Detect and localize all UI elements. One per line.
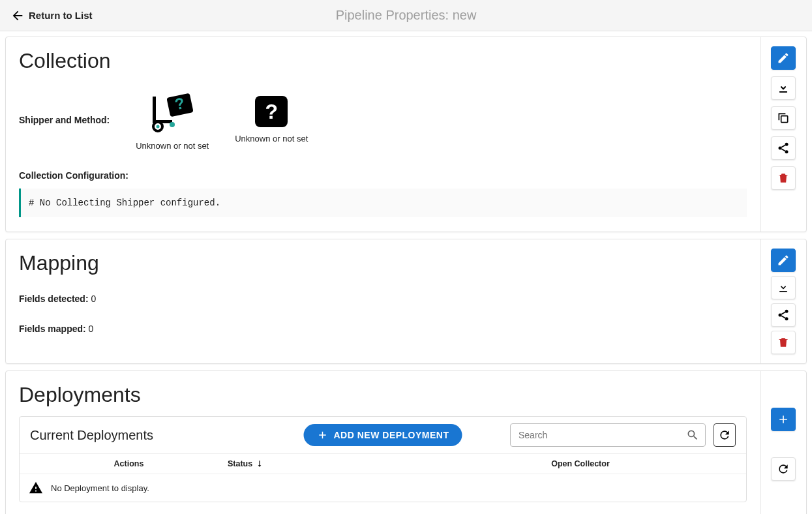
download-icon [777,281,790,294]
warning-icon [29,481,43,495]
current-deployments-card: Current Deployments ADD NEW DEPLOYMENT [19,416,747,502]
collection-config-block: # No Collecting Shipper configured. [19,189,747,217]
edit-collection-button[interactable] [771,46,796,70]
page-header: Return to List Pipeline Properties: new [0,0,812,31]
deployments-table-head: Actions Status Open Collector [20,453,746,474]
arrow-back-icon [10,8,25,23]
method-item: ? Unknown or not set [235,96,308,144]
svg-rect-12 [779,291,787,292]
add-deployment-side-button[interactable] [771,408,796,431]
download-mapping-button[interactable] [771,276,796,299]
shipper-item: ? Unknown or not set [136,89,209,151]
deployments-empty-row: No Deployment to display. [20,474,746,502]
refresh-icon [718,429,731,442]
arrow-down-icon [255,459,264,468]
deployments-title: Deployments [19,383,747,407]
deployments-empty-text: No Deployment to display. [51,483,149,493]
svg-point-5 [157,125,160,128]
fields-detected-label: Fields detected: [19,294,89,304]
delete-collection-button[interactable] [771,166,796,190]
svg-rect-2 [153,97,156,123]
copy-icon [777,112,790,125]
svg-rect-8 [781,116,788,123]
column-status[interactable]: Status [228,459,425,468]
svg-point-13 [785,310,789,313]
fields-detected-value: 0 [91,294,96,304]
copy-collection-button[interactable] [771,106,796,130]
trash-icon [777,336,790,349]
add-new-deployment-label: ADD NEW DEPLOYMENT [334,430,449,440]
mapping-panel: Mapping Fields detected: 0 Fields mapped… [5,239,807,364]
search-icon [686,429,699,442]
unknown-shipper-cart-icon: ? [149,89,195,134]
share-icon [777,309,790,322]
deployments-panel: Deployments Current Deployments ADD NEW … [5,370,807,514]
deployments-search-input[interactable] [510,423,706,447]
mapping-title: Mapping [19,251,747,275]
share-collection-button[interactable] [771,136,796,160]
shipper-method-label: Shipper and Method: [19,115,110,125]
pencil-icon [777,254,790,267]
method-unknown-label: Unknown or not set [235,134,308,144]
deployments-side-actions [760,371,806,514]
pencil-icon [777,52,790,65]
edit-mapping-button[interactable] [771,249,796,272]
svg-point-15 [785,317,789,320]
page-title: Pipeline Properties: new [336,8,477,23]
collection-side-actions [760,37,806,232]
refresh-icon [777,462,790,476]
download-collection-button[interactable] [771,76,796,100]
fields-mapped-value: 0 [89,324,94,334]
mapping-side-actions [760,239,806,363]
svg-point-6 [170,122,175,127]
svg-point-14 [779,314,782,317]
svg-rect-7 [779,91,787,93]
svg-point-11 [785,150,789,153]
add-new-deployment-button[interactable]: ADD NEW DEPLOYMENT [304,424,462,446]
collection-config-label: Collection Configuration: [19,170,747,181]
column-actions: Actions [30,459,228,468]
plus-icon [317,429,329,441]
unknown-method-icon: ? [255,96,288,127]
share-mapping-button[interactable] [771,303,796,327]
deployments-search [510,423,706,447]
collection-panel: Collection Shipper and Method: ? [5,37,807,232]
share-icon [777,142,790,155]
trash-icon [777,172,790,185]
fields-mapped-label: Fields mapped: [19,324,86,334]
collection-title: Collection [19,49,747,73]
download-icon [777,82,790,95]
svg-point-9 [785,143,789,146]
svg-point-10 [779,147,782,150]
delete-mapping-button[interactable] [771,331,796,354]
plus-icon [777,413,790,426]
refresh-deployments-button[interactable] [771,457,796,481]
current-deployments-subtitle: Current Deployments [30,428,153,443]
column-open-collector: Open Collector [425,459,736,468]
shipper-unknown-label: Unknown or not set [136,141,209,151]
return-to-list-label: Return to List [29,10,93,21]
return-to-list-button[interactable]: Return to List [10,8,93,23]
deployments-inner-refresh-button[interactable] [714,423,736,447]
